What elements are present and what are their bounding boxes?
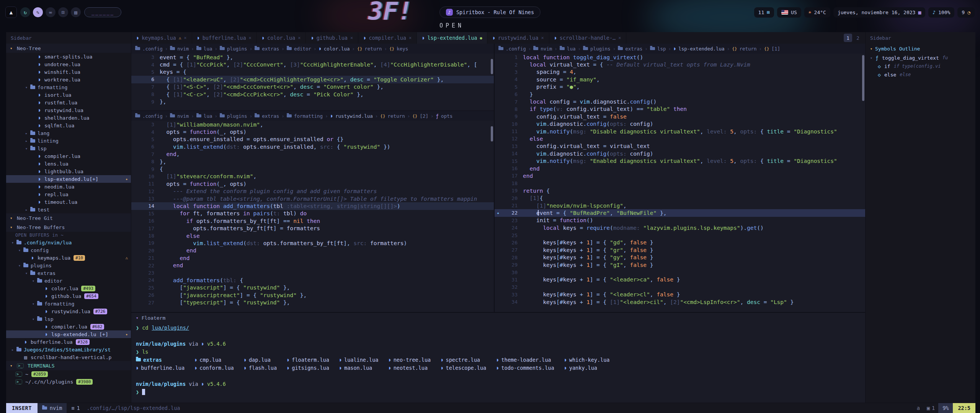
- code-line[interactable]: 23: [131, 269, 494, 276]
- outline-item[interactable]: ◇ifif type(config.vi: [866, 62, 975, 70]
- file-entry[interactable]: ◗theme-loader.lua: [496, 356, 554, 364]
- prompt-line[interactable]: ❯: [136, 388, 865, 396]
- code-line[interactable]: 9 config.virtual_text = false: [495, 113, 865, 120]
- breadcrumb-item[interactable]: extras: [262, 113, 279, 119]
- file-entry[interactable]: ◗gitsigns.lua: [287, 364, 329, 372]
- terminal-output[interactable]: ❯cdlua/plugins/nvim/lua/plugins via ◗ v5…: [131, 323, 865, 396]
- code-line[interactable]: 3event = { "BufRead" },: [131, 54, 494, 61]
- scrollbar[interactable]: [491, 59, 493, 74]
- code-line[interactable]: 17 opts.formatters_by_ft[ft] = formatter…: [131, 224, 494, 232]
- tree-item[interactable]: ◗lens.lua: [6, 160, 131, 167]
- breadcrumb-item[interactable]: opts: [441, 113, 452, 119]
- code-line[interactable]: 1local function toggle_diag_virtext(): [495, 54, 865, 61]
- tree-item[interactable]: ◗compiler.lua#682: [6, 323, 131, 330]
- file-entry[interactable]: ◗bufferline.lua: [136, 364, 185, 372]
- terminal-item[interactable]: >_~/.c/n/l/plugins#3980: [6, 378, 131, 385]
- editor-tab[interactable]: ◗bufferline.lua×: [192, 32, 257, 44]
- code-line[interactable]: 25 ["javascript"] = { "rustywind" },: [131, 284, 494, 291]
- editor-tab[interactable]: ◗color.lua×: [257, 32, 306, 44]
- file-entry[interactable]: ◗neotest.lua: [388, 364, 431, 372]
- tree-item[interactable]: ▾editor: [6, 277, 131, 285]
- code-line[interactable]: 9},: [131, 98, 494, 105]
- code-line[interactable]: 5keys = {: [131, 68, 494, 76]
- editor-tab[interactable]: ◗keymaps.lua⚠×: [131, 32, 192, 44]
- breadcrumb-item[interactable]: lua: [204, 113, 212, 119]
- code-line[interactable]: 12 else: [495, 135, 865, 142]
- file-entry[interactable]: ◗telescope.lua: [441, 364, 486, 372]
- outline-item[interactable]: ▾ƒtoggle_diag_virtextfu: [866, 54, 975, 62]
- editor-tab[interactable]: ◗rustywind.lua×: [487, 32, 549, 44]
- breadcrumb-item[interactable]: lsp-extended.lua: [678, 46, 724, 52]
- tree-item[interactable]: ▾formatting: [6, 300, 131, 307]
- code-line[interactable]: 11 vim.notify(msg: "Disable diagnostics …: [495, 128, 865, 135]
- file-entry[interactable]: ◗spectre.lua: [441, 356, 486, 364]
- breadcrumb-item[interactable]: plugins: [227, 113, 247, 119]
- tree-item[interactable]: ▾plugins: [6, 262, 131, 269]
- code-line[interactable]: 33 keys[#keys + 1] = { "<leader>cl", fal…: [495, 291, 865, 298]
- file-entry[interactable]: ◗dap.lua: [244, 356, 277, 364]
- section-header[interactable]: ▾Neo-Tree Buffers: [6, 223, 131, 232]
- code-line[interactable]: 17end: [495, 172, 865, 179]
- tree-item[interactable]: ◗rustfmt.lua: [6, 99, 131, 106]
- close-icon[interactable]: ×: [350, 35, 353, 41]
- file-entry[interactable]: ◗cmp.lua: [194, 356, 234, 364]
- breadcrumb-item[interactable]: plugins: [227, 46, 247, 52]
- tree-item[interactable]: ▾lsp: [6, 315, 131, 323]
- floaterm-titlebar[interactable]: ▾Floaterm: [131, 313, 865, 323]
- file-entry[interactable]: ◗floaterm.lua: [287, 356, 329, 364]
- file-entry[interactable]: ◗lualine.lua: [339, 356, 379, 364]
- tab-page-1[interactable]: 1: [844, 34, 852, 42]
- breadcrumb-item[interactable]: return: [364, 46, 382, 52]
- breadcrumb-item[interactable]: color.lua: [324, 46, 350, 52]
- terminal-item[interactable]: >_~#2859: [6, 370, 131, 378]
- editor-pane-bottom-left[interactable]: .config›nvim›lua›plugins›extras›formatti…: [131, 111, 494, 312]
- windows-icon[interactable]: ⊡: [58, 7, 68, 17]
- tree-item[interactable]: ▾extras: [6, 269, 131, 277]
- editor-tab[interactable]: ◗scrollbar-handle-…×: [549, 32, 627, 44]
- file-entry[interactable]: ◗yanky.lua: [564, 364, 610, 372]
- close-icon[interactable]: ×: [618, 35, 621, 41]
- code-line[interactable]: 13 ---@param tbl table<string, conform.F…: [131, 195, 494, 202]
- breadcrumb-item[interactable]: rustywind.lua: [335, 113, 373, 119]
- keyboard-layout[interactable]: US: [777, 7, 801, 18]
- code-line[interactable]: 24 local keys = require(modname: "lazyvi…: [495, 224, 865, 231]
- tree-item[interactable]: ▾.config/nvim/lua: [6, 239, 131, 246]
- file-entry[interactable]: ◗which-key.lua: [564, 356, 610, 364]
- code-line[interactable]: 6 { [1]"<leader>uC", [2]"<cmd>CccHighlig…: [131, 76, 494, 83]
- symbols-outline-header[interactable]: ▾ Symbols Outline: [866, 44, 975, 54]
- tree-item[interactable]: ◗compiler.lua: [6, 152, 131, 160]
- breadcrumb-item[interactable]: formatting: [294, 113, 323, 119]
- code-line[interactable]: 10 vim.diagnostic.config(opts: config): [495, 120, 865, 128]
- file-entry[interactable]: ◗conform.lua: [194, 364, 234, 372]
- code-line[interactable]: 6 }: [495, 91, 865, 98]
- launcher-button[interactable]: ▲: [5, 7, 17, 18]
- tree-item[interactable]: ▸lang: [6, 129, 131, 137]
- breadcrumb-item[interactable]: plugins: [590, 46, 611, 52]
- code-line[interactable]: 3 [1]"williamboman/mason.nvim",: [131, 121, 494, 128]
- tree-item[interactable]: ◗winshift.lua: [6, 68, 131, 76]
- code-line[interactable]: 27 ["typescript"] = { "rustywind" },: [131, 299, 494, 306]
- update-icon[interactable]: ↻: [20, 7, 30, 17]
- code-line[interactable]: 9{: [131, 165, 494, 172]
- section-header[interactable]: ▾>_TERMINALS: [6, 361, 131, 370]
- code-line[interactable]: 18: [495, 180, 865, 187]
- tree-item[interactable]: ◗rustywind.lua#726: [6, 307, 131, 315]
- tree-item[interactable]: ▸Juegos/Indies/SteamLibrary/st: [6, 346, 131, 353]
- code-line[interactable]: 32: [495, 283, 865, 291]
- code-line[interactable]: 2 local virtual_text = { -- Default virt…: [495, 61, 865, 68]
- window-title-pill[interactable]: ______: [84, 7, 121, 17]
- code-line[interactable]: 22 end: [131, 262, 494, 269]
- code-line[interactable]: 12 --- Extend the conform plugin config …: [131, 188, 494, 195]
- tree-item[interactable]: ◗worktree.lua: [6, 76, 131, 83]
- code-line[interactable]: 15 vim.notify(msg: "Enabled diagnostics …: [495, 157, 865, 164]
- code-line[interactable]: 4cmd = { [1]"CccPick", [2]"CccConvert", …: [131, 61, 494, 68]
- code-line[interactable]: 34 keys[#keys + 1] = { [1]"<leader>cil",…: [495, 298, 865, 306]
- volume[interactable]: ♪100%: [928, 7, 954, 18]
- editor-tab[interactable]: ◗compiler.lua×: [358, 32, 417, 44]
- code-line[interactable]: 16 end: [495, 165, 865, 172]
- code-line[interactable]: 3 spacing = 4,: [495, 68, 865, 76]
- editor-pane-top-left[interactable]: .config›nvim›lua›plugins›extras›editor›◗…: [131, 44, 494, 111]
- breadcrumb-item[interactable]: [2]: [420, 113, 428, 119]
- code-line[interactable]: 18 else: [131, 232, 494, 239]
- tree-item[interactable]: ◗rustywind.lua: [6, 106, 131, 114]
